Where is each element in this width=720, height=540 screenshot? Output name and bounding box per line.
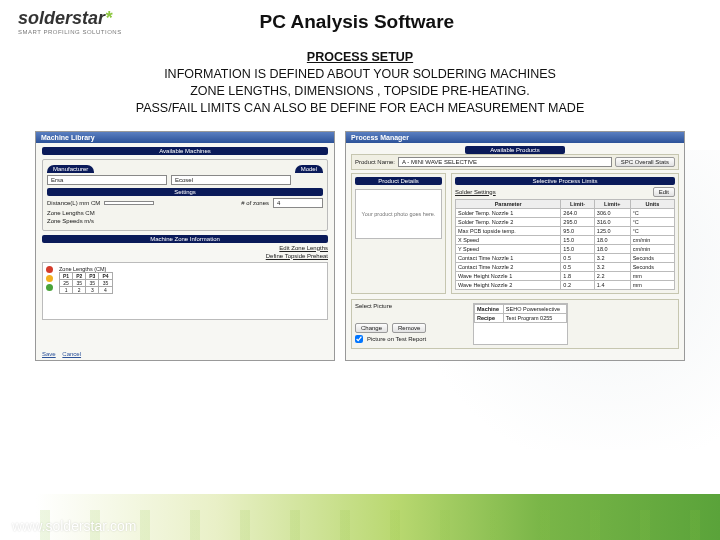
model-tab[interactable]: Model — [295, 165, 323, 173]
table-cell: X Speed — [456, 235, 561, 244]
table-cell: Contact Time Nozzle 2 — [456, 262, 561, 271]
table-row: Wave Height Nozzle 11.82.2mm — [456, 271, 675, 280]
zone-speeds-label: Zone Speeds m/s — [47, 218, 94, 224]
machine-label: Machine — [475, 304, 504, 313]
edit-zone-lengths-link[interactable]: Edit Zone Lengths — [279, 245, 328, 251]
traffic-amber — [46, 275, 53, 282]
solder-settings-link[interactable]: Solder Settings — [455, 189, 496, 195]
select-picture-label: Select Picture — [355, 303, 465, 309]
picture-on-report-label: Picture on Test Report — [367, 336, 426, 342]
machine-recipe-box: Machine SEHO Powerselective Recipe Test … — [473, 303, 568, 345]
page-title: PC Analysis Software — [122, 11, 592, 33]
table-cell: °C — [630, 217, 674, 226]
manufacturer-select[interactable]: Ersa — [47, 175, 167, 185]
select-picture-pane: Select Picture Change Remove Picture on … — [351, 299, 679, 349]
table-cell: 1.4 — [594, 280, 630, 289]
machine-library-title: Machine Library — [41, 134, 95, 141]
table-row: Solder Temp. Nozzle 2295.0316.0°C — [456, 217, 675, 226]
table-cell: cm/min — [630, 244, 674, 253]
zone-val: 25 — [60, 279, 73, 286]
table-cell: °C — [630, 208, 674, 217]
recipe-label: Recipe — [475, 313, 504, 322]
traffic-green — [46, 284, 53, 291]
picture-on-report-checkbox[interactable] — [355, 335, 363, 343]
table-cell: Max PCB topside temp. — [456, 226, 561, 235]
zone-val: 35 — [86, 279, 99, 286]
table-cell: 3.2 — [594, 253, 630, 262]
table-cell: Wave Height Nozzle 2 — [456, 280, 561, 289]
zone-col: P3 — [86, 272, 99, 279]
product-photo-placeholder: Your product photo goes here. — [355, 189, 442, 239]
zone-idx: 3 — [86, 286, 99, 293]
zone-col: P2 — [73, 272, 86, 279]
process-manager-title: Process Manager — [351, 134, 409, 141]
zone-col: P1 — [60, 272, 73, 279]
brand-logo: solderstar* SMART PROFILING SOLUTIONS — [18, 8, 122, 35]
zones-input[interactable]: 4 — [273, 198, 323, 208]
table-cell: 306.0 — [594, 208, 630, 217]
machine-library-window: Machine Library Available Machines Manuf… — [35, 131, 335, 361]
traffic-light-icon — [46, 266, 54, 291]
zone-idx: 1 — [60, 286, 73, 293]
zone-lengths-label: Zone Lengths CM — [47, 210, 95, 216]
table-cell: 0.5 — [561, 262, 595, 271]
table-cell: 264.0 — [561, 208, 595, 217]
table-cell: Wave Height Nozzle 1 — [456, 271, 561, 280]
settings-bar: Settings — [47, 188, 323, 196]
zone-chart-title: Zone Lengths (CM) — [59, 266, 113, 272]
table-cell: 0.2 — [561, 280, 595, 289]
machine-value: SEHO Powerselective — [503, 304, 566, 313]
table-cell: 125.0 — [594, 226, 630, 235]
table-row: Solder Temp. Nozzle 1264.0306.0°C — [456, 208, 675, 217]
change-button[interactable]: Change — [355, 323, 388, 333]
product-name-label: Product Name: — [355, 159, 395, 165]
distance-input[interactable] — [104, 201, 154, 205]
available-machines-bar: Available Machines — [42, 147, 328, 155]
table-row: Wave Height Nozzle 20.21.4mm — [456, 280, 675, 289]
table-cell: 2.2 — [594, 271, 630, 280]
manufacturer-tab[interactable]: Manufacturer — [47, 165, 94, 173]
edit-button[interactable]: Edit — [653, 187, 675, 197]
model-select[interactable]: Ecosel — [171, 175, 291, 185]
subtitle-line3: PASS/FAIL LIMITS CAN ALSO BE DEFINE FOR … — [0, 100, 720, 117]
zone-idx: 2 — [73, 286, 86, 293]
table-cell: 3.2 — [594, 262, 630, 271]
table-cell: Solder Temp. Nozzle 2 — [456, 217, 561, 226]
zone-lengths-table: P1 P2 P3 P4 25 35 35 35 1 — [59, 272, 113, 294]
zone-chart-box: Zone Lengths (CM) P1 P2 P3 P4 25 35 35 — [42, 262, 328, 320]
table-cell: 18.0 — [594, 235, 630, 244]
table-cell: 316.0 — [594, 217, 630, 226]
brand-tagline: SMART PROFILING SOLUTIONS — [18, 29, 122, 35]
footer-url: www.solderstar.com — [12, 518, 136, 534]
product-details-pane: Product Details Your product photo goes … — [351, 173, 446, 294]
spc-stats-button[interactable]: SPC Overall Stats — [615, 157, 675, 167]
table-cell: cm/min — [630, 235, 674, 244]
table-cell: 15.0 — [561, 235, 595, 244]
process-limits-pane: Selective Process Limits Solder Settings… — [451, 173, 679, 294]
subtitle-block: PROCESS SETUP INFORMATION IS DEFINED ABO… — [0, 49, 720, 117]
limits-col: Units — [630, 199, 674, 208]
process-limits-bar: Selective Process Limits — [455, 177, 675, 185]
zone-val: 35 — [99, 279, 112, 286]
cancel-link[interactable]: Cancel — [62, 351, 81, 357]
zone-col: P4 — [99, 272, 112, 279]
limits-col: Limit+ — [594, 199, 630, 208]
recipe-value: Test Program 0255 — [503, 313, 566, 322]
table-row: Max PCB topside temp.95.0125.0°C — [456, 226, 675, 235]
remove-button[interactable]: Remove — [392, 323, 426, 333]
table-row: Contact Time Nozzle 20.53.2Seconds — [456, 262, 675, 271]
distance-label: Distance(L) mm CM — [47, 200, 100, 206]
process-manager-titlebar: Process Manager — [346, 132, 684, 143]
define-topside-link[interactable]: Define Topside Preheat — [266, 253, 328, 259]
save-link[interactable]: Save — [42, 351, 56, 357]
table-row: Contact Time Nozzle 10.53.2Seconds — [456, 253, 675, 262]
table-cell: °C — [630, 226, 674, 235]
table-cell: Seconds — [630, 262, 674, 271]
machines-group: Manufacturer Model Ersa Ecosel Settings … — [42, 159, 328, 231]
available-products-bar: Available Products — [465, 146, 565, 154]
table-cell: Y Speed — [456, 244, 561, 253]
table-cell: mm — [630, 271, 674, 280]
product-name-select[interactable]: A - MINI WAVE SELECTIVE — [398, 157, 612, 167]
limits-col: Parameter — [456, 199, 561, 208]
table-cell: Solder Temp. Nozzle 1 — [456, 208, 561, 217]
